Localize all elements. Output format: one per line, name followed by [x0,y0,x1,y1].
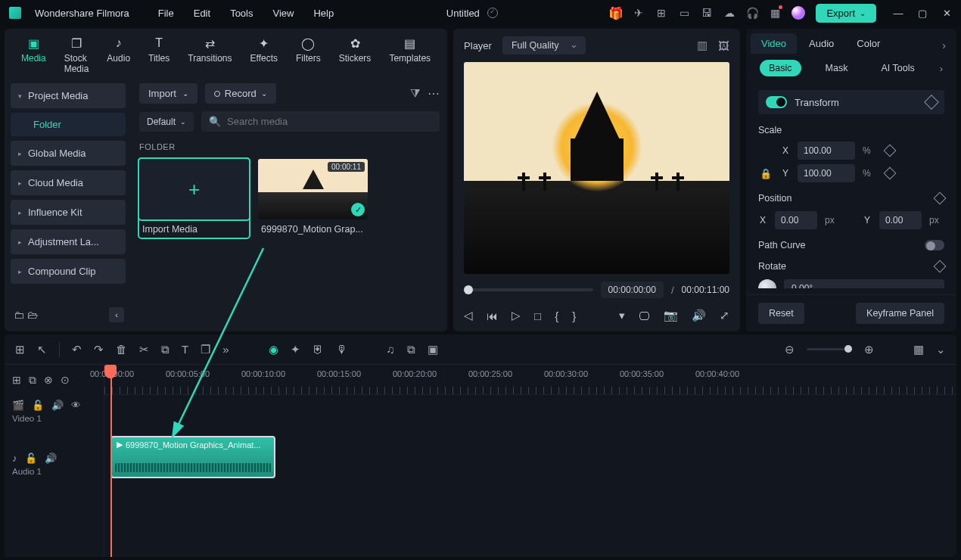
inspector-tab-audio[interactable]: Audio [809,38,834,49]
tab-titles[interactable]: TTitles [148,36,169,74]
zoom-out-icon[interactable]: ⊖ [785,343,795,356]
video-track-header[interactable]: 🎬 🔓 🔊 👁 Video 1 [5,395,104,448]
save-icon[interactable]: 🖫 [701,7,713,19]
position-x-input[interactable]: 0.00 [775,211,817,229]
volume-icon[interactable]: 🔊 [692,309,706,322]
effect-tool-icon[interactable]: ✦ [291,343,300,356]
tab-filters[interactable]: ◯Filters [296,36,321,74]
zoom-slider[interactable] [807,348,852,350]
zoom-in-icon[interactable]: ⊕ [864,343,874,356]
new-folder-icon[interactable]: 🗀 [12,308,26,322]
more-tools-icon[interactable]: » [222,343,229,356]
menu-file[interactable]: File [158,8,174,19]
filter-icon[interactable]: ⧩ [410,87,420,101]
menu-edit[interactable]: Edit [194,8,210,19]
inspector-tab-color[interactable]: Color [857,38,880,49]
mark-in-icon[interactable]: { [555,310,558,322]
frame-icon[interactable]: ▣ [428,343,438,356]
send-icon[interactable]: ✈ [633,7,645,19]
lock-aspect-icon[interactable]: 🔒 [760,168,772,179]
scale-x-input[interactable]: 100.00 [798,142,855,160]
crop-icon[interactable]: ⧉ [161,343,169,356]
mute-icon[interactable]: 🔊 [45,453,57,464]
keyframe-panel-button[interactable]: Keyframe Panel [856,303,944,324]
view-mode-icon[interactable]: ▦ [913,343,924,356]
shield-icon[interactable]: ⛨ [313,343,324,356]
subtab-next-icon[interactable]: › [940,63,943,74]
media-clip-tile[interactable]: 00:00:11 ✓ 6999870_Motion Grap... [258,159,368,238]
apps-icon[interactable]: ⊞ [655,7,667,19]
visibility-icon[interactable]: 👁 [71,400,81,411]
subtab-mask[interactable]: Mask [816,60,857,76]
cloud-sync-icon[interactable] [487,8,498,18]
transform-toggle[interactable] [766,96,787,108]
video-track-lane[interactable]: ▶6999870_Motion Graphics_Animat... [104,433,956,486]
mark-out-icon[interactable]: } [572,310,576,322]
tab-media[interactable]: ▣Media [21,36,46,74]
subtab-basic[interactable]: Basic [760,60,801,76]
cloud-media-row[interactable]: ▸Cloud Media [11,170,126,195]
scale-y-input[interactable]: 100.00 [798,164,855,182]
display-icon[interactable]: 🖵 [639,310,650,322]
path-curve-toggle[interactable] [925,240,944,250]
marker-icon[interactable]: ▾ [619,309,625,322]
screen-icon[interactable]: ▭ [678,7,690,19]
minimize-button[interactable]: — [893,8,903,19]
transform-keyframe-icon[interactable] [924,95,939,110]
audio-tool-icon[interactable]: ♫ [387,343,395,356]
audio-track-header[interactable]: ♪ 🔓 🔊 Audio 1 [5,448,104,501]
subtab-ai-tools[interactable]: AI Tools [872,60,923,76]
tab-audio[interactable]: ♪Audio [107,36,130,74]
time-ruler[interactable]: 00:00:00:00 00:00:05:00 00:00:10:00 00:0… [104,365,956,395]
mic-icon[interactable]: 🎙 [336,343,347,356]
redo-icon[interactable]: ↷ [94,343,104,356]
rotate-input[interactable]: 0.00° [784,279,944,288]
scale-y-keyframe-icon[interactable] [884,167,897,180]
devices-icon[interactable]: ⧉ [407,343,415,356]
sort-default-button[interactable]: Default⌄ [139,112,194,132]
menu-view[interactable]: View [272,8,294,19]
track-link-icon[interactable]: ⧉ [29,374,36,387]
grid-icon[interactable]: ▦ [769,7,781,19]
compare-icon[interactable]: ▥ [697,39,708,52]
reset-button[interactable]: Reset [758,303,804,324]
lock-icon[interactable]: 🔓 [25,453,37,464]
folder-row[interactable]: Folder [11,113,126,136]
snapshot-icon[interactable]: 📷 [664,309,678,322]
menu-help[interactable]: Help [313,8,334,19]
close-button[interactable]: ✕ [941,8,952,19]
tl-pointer-icon[interactable]: ↖ [37,343,47,356]
picture-icon[interactable]: 🖼 [718,39,729,52]
import-media-tile[interactable]: + Import Media [139,159,249,238]
more-icon[interactable]: ⋯ [428,86,440,101]
ai-tool-icon[interactable]: ◉ [269,343,278,356]
quality-dropdown[interactable]: Full Quality [502,36,586,54]
search-media-box[interactable]: 🔍 [201,111,440,132]
play-icon[interactable]: ▷ [512,309,521,322]
user-avatar[interactable] [792,6,805,20]
menu-tools[interactable]: Tools [230,8,253,19]
timeline-clip[interactable]: ▶6999870_Motion Graphics_Animat... [110,436,275,478]
cut-icon[interactable]: ✂ [139,343,149,356]
preview-canvas[interactable] [464,62,729,274]
position-y-input[interactable]: 0.00 [879,211,922,229]
copy-icon[interactable]: ❐ [201,343,210,356]
tab-stickers[interactable]: ✿Stickers [339,36,372,74]
project-media-row[interactable]: ▾Project Media [11,83,126,108]
compound-clip-row[interactable]: ▸Compound Clip [11,259,126,284]
record-button[interactable]: Record⌄ [205,83,276,104]
playback-slider[interactable] [464,288,592,291]
tab-templates[interactable]: ▤Templates [389,36,431,74]
tl-grid-icon[interactable]: ⊞ [15,343,25,356]
text-icon[interactable]: T [182,343,188,356]
maximize-button[interactable]: ▢ [917,8,928,19]
headphones-icon[interactable]: 🎧 [746,7,758,19]
rotate-dial[interactable] [758,279,776,288]
lock-icon[interactable]: 🔓 [32,400,44,411]
fullscreen-icon[interactable]: ⤢ [720,309,729,322]
export-button[interactable]: Export ⌄ [816,4,876,23]
prev-frame-icon[interactable]: ◁ [464,309,473,322]
folder-icon[interactable]: 🗁 [26,308,39,322]
stop-icon[interactable]: □ [534,310,541,322]
rotate-keyframe-icon[interactable] [934,260,947,273]
